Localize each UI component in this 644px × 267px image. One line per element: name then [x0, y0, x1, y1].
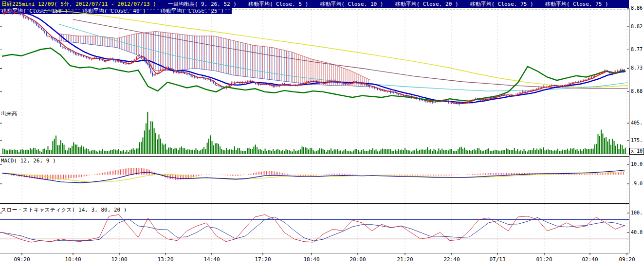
volume-bar [162, 143, 163, 154]
candle-body [335, 82, 336, 82]
volume-bar [565, 150, 566, 154]
candle-body [226, 87, 227, 89]
candle-body [179, 72, 180, 73]
candle-body [507, 95, 508, 95]
volume-bar [551, 150, 552, 154]
candle-body [440, 101, 441, 101]
candle-body [120, 61, 121, 62]
candle-body [380, 89, 381, 91]
volume-bar [48, 146, 49, 154]
volume-bar [517, 149, 518, 154]
candle-body [306, 81, 307, 83]
candle-body [171, 69, 172, 70]
volume-bar [239, 148, 240, 154]
volume-bars [2, 112, 626, 154]
volume-bar [429, 150, 430, 154]
candle-body [310, 81, 311, 82]
volume-bar [506, 148, 507, 154]
candle-body [554, 85, 555, 86]
candle-body [183, 71, 184, 73]
candle-body [512, 95, 513, 96]
candle-body [390, 91, 391, 93]
candle-body [27, 18, 28, 18]
volume-multiplier-badge[interactable]: x 10 [629, 148, 644, 155]
candle-body [324, 83, 325, 84]
candle-body [533, 90, 534, 91]
volume-bar [197, 150, 198, 154]
volume-bar [150, 121, 151, 154]
volume-bar [405, 148, 405, 154]
candle-body [620, 70, 621, 71]
candle-body [464, 103, 465, 103]
candle-body [393, 92, 394, 93]
volume-bar [503, 150, 504, 154]
volume-bar [594, 144, 595, 154]
candle-body [52, 38, 53, 40]
volume-bar [178, 150, 179, 154]
candle-body [443, 100, 444, 101]
candle-body [318, 82, 319, 83]
volume-bar [166, 149, 167, 154]
volume-bar [139, 142, 140, 154]
volume-bar [581, 151, 582, 154]
candle-body [519, 92, 520, 93]
candle-body [556, 86, 557, 86]
volume-bar [260, 149, 261, 154]
volume-bar [554, 150, 555, 154]
candle-body [459, 103, 460, 104]
candle-body [323, 83, 324, 84]
volume-bar [43, 149, 44, 154]
candle-body [610, 72, 611, 73]
candle-body [564, 85, 565, 87]
volume-bar [216, 143, 217, 154]
candle-body [602, 72, 603, 73]
volume-bar [620, 144, 621, 154]
candle-body [195, 77, 196, 78]
candle-body [173, 70, 174, 72]
volume-bar [456, 151, 457, 154]
volume-bar [92, 150, 93, 154]
candle-body [598, 74, 599, 75]
candle-body [64, 47, 65, 49]
volume-axis-tick: 405. [631, 120, 643, 125]
volume-bar [22, 149, 23, 154]
volume-bar [179, 148, 180, 154]
candle-body [501, 95, 502, 96]
candle-body [416, 97, 417, 99]
volume-bar [59, 145, 60, 154]
candle-body [480, 100, 481, 101]
candle-body [623, 71, 624, 72]
volume-bar [392, 151, 393, 154]
volume-bar [265, 149, 266, 154]
candle-body [366, 85, 367, 86]
candle-body [162, 69, 163, 70]
x-axis-label: 02:40 [582, 256, 598, 263]
candle-body [606, 70, 607, 71]
candle-body [175, 72, 176, 72]
candle-body [107, 60, 108, 60]
candle-body [113, 59, 114, 60]
candle-body [260, 85, 261, 86]
candle-body [348, 83, 349, 84]
candle-body [138, 55, 139, 56]
volume-bar [247, 148, 248, 154]
candle-body [591, 76, 592, 78]
candle-body [530, 90, 531, 91]
candle-body [438, 101, 439, 101]
candle-body [255, 83, 256, 84]
candle-body [2, 14, 3, 14]
volume-bar [306, 148, 307, 154]
volume-bar [509, 150, 510, 154]
candle-body [35, 22, 36, 23]
chart-canvas[interactable]: 09:2010:4012:0013:2014:4017:2018:4020:00… [0, 0, 644, 267]
volume-bar [541, 149, 542, 154]
candle-body [191, 74, 192, 77]
candle-body [49, 36, 50, 37]
candle-body [257, 84, 258, 84]
candle-body [271, 85, 272, 86]
volume-bar [622, 145, 623, 154]
candle-body [552, 85, 553, 86]
volume-bar [146, 123, 147, 154]
candle-body [118, 61, 119, 62]
volume-bar [297, 151, 298, 154]
